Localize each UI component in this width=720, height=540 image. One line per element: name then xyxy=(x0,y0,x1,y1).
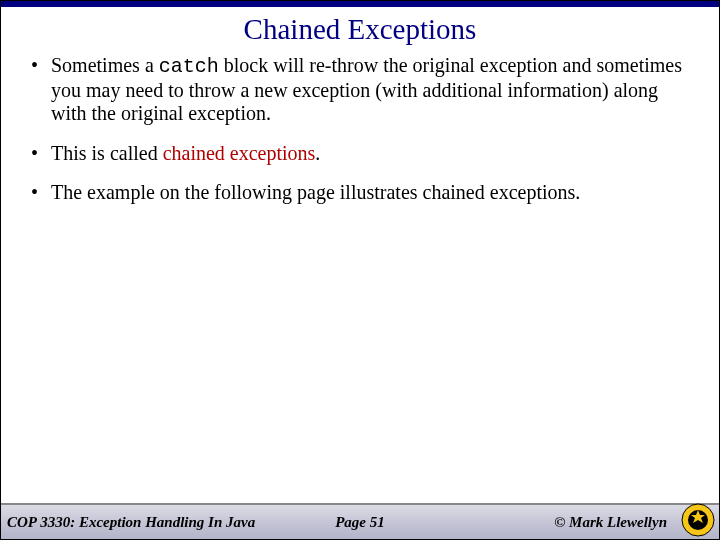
slide: Chained Exceptions Sometimes a catch blo… xyxy=(0,0,720,540)
ucf-logo-icon xyxy=(681,503,715,537)
bullet-text: The example on the following page illust… xyxy=(51,181,580,203)
slide-title: Chained Exceptions xyxy=(1,13,719,46)
title-bar: Chained Exceptions xyxy=(1,1,719,54)
bullet-list: Sometimes a catch block will re-throw th… xyxy=(29,54,695,205)
emphasized-term: chained exceptions xyxy=(163,142,316,164)
footer-course: COP 3330: Exception Handling In Java xyxy=(7,514,255,531)
bullet-text: . xyxy=(315,142,320,164)
footer-bar: COP 3330: Exception Handling In Java Pag… xyxy=(1,503,719,539)
content-area: Sometimes a catch block will re-throw th… xyxy=(1,54,719,503)
bullet-text: Sometimes a xyxy=(51,54,159,76)
bullet-text: This is called xyxy=(51,142,163,164)
bullet-item: This is called chained exceptions. xyxy=(29,142,695,166)
bullet-item: The example on the following page illust… xyxy=(29,181,695,205)
bullet-item: Sometimes a catch block will re-throw th… xyxy=(29,54,695,126)
footer-page: Page 51 xyxy=(335,514,385,531)
code-keyword: catch xyxy=(159,55,219,78)
